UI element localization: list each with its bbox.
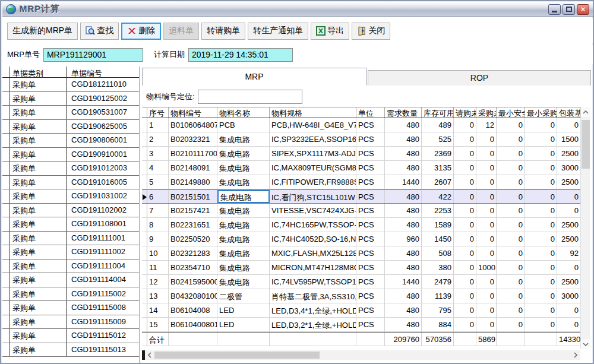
table-cell[interactable]: 0 bbox=[525, 118, 557, 132]
table-cell[interactable]: B02149880 bbox=[169, 175, 217, 189]
table-cell[interactable] bbox=[169, 333, 217, 346]
table-cell[interactable]: 0 bbox=[497, 318, 525, 331]
table-cell[interactable]: 0 bbox=[525, 147, 557, 160]
table-cell[interactable]: 960 bbox=[385, 232, 422, 246]
table-cell[interactable]: 0 bbox=[525, 175, 557, 189]
row-header-cell[interactable] bbox=[2, 232, 10, 245]
doc-type-cell[interactable]: 采购单 bbox=[10, 273, 67, 287]
export-button[interactable]: X 导出 bbox=[311, 23, 349, 40]
table-cell[interactable]: 0 bbox=[476, 161, 497, 175]
table-cell[interactable]: B02250520 bbox=[169, 232, 217, 246]
table-cell[interactable]: 0 bbox=[476, 232, 497, 246]
table-cell[interactable]: 1589 bbox=[422, 218, 454, 232]
row-header-cell[interactable] bbox=[2, 92, 10, 106]
table-cell[interactable]: VITESSE,VSC7424XJG-02, bbox=[270, 204, 356, 217]
table-cell[interactable]: 525 bbox=[422, 132, 454, 146]
inline-cell-editor[interactable]: 集成电路 bbox=[217, 190, 270, 203]
table-cell[interactable]: 0 bbox=[557, 261, 580, 274]
row-header-cell[interactable] bbox=[2, 315, 10, 329]
table-cell[interactable]: 集成电路 bbox=[217, 232, 270, 246]
table-cell[interactable] bbox=[497, 333, 525, 346]
table-cell[interactable]: 0 bbox=[525, 218, 557, 232]
doc-type-cell[interactable]: 采购单 bbox=[10, 189, 67, 203]
table-cell[interactable]: PCS bbox=[356, 204, 385, 217]
table-cell[interactable]: 0 bbox=[557, 204, 580, 217]
table-cell[interactable]: B02151501 bbox=[169, 190, 217, 203]
table-cell[interactable]: 508 bbox=[422, 246, 454, 260]
table-cell[interactable]: B02148091 bbox=[169, 161, 217, 175]
row-header-cell[interactable] bbox=[2, 217, 10, 231]
table-cell[interactable]: 0 bbox=[454, 318, 476, 331]
table-cell[interactable]: 0 bbox=[525, 204, 557, 217]
table-cell[interactable]: IC,FITIPOWER,FR9888SPC bbox=[270, 175, 356, 189]
table-cell[interactable]: SIPEX,SPX1117M3-ADJ,80 bbox=[270, 147, 356, 160]
table-cell[interactable]: 2500 bbox=[557, 275, 580, 289]
table-cell[interactable]: LED bbox=[217, 303, 270, 317]
table-cell[interactable]: 0 bbox=[476, 246, 497, 260]
table-cell[interactable]: 480 bbox=[385, 318, 422, 331]
column-header[interactable]: 需求数量 bbox=[385, 107, 422, 118]
column-header[interactable]: 库存可用量 bbox=[422, 107, 454, 118]
table-cell[interactable]: 0 bbox=[476, 190, 497, 203]
table-cell[interactable]: 0 bbox=[454, 275, 476, 289]
table-cell[interactable]: 0 bbox=[497, 232, 525, 246]
table-cell[interactable]: 2500 bbox=[557, 147, 580, 160]
row-header-cell[interactable] bbox=[2, 301, 10, 315]
table-cell[interactable]: 0 bbox=[497, 275, 525, 289]
table-cell[interactable]: 0 bbox=[454, 289, 476, 303]
to-purchase-request-button[interactable]: 转请购单 bbox=[201, 23, 245, 40]
table-cell[interactable]: 0 bbox=[525, 275, 557, 289]
doc-code-cell[interactable]: CGD191114004 bbox=[67, 273, 139, 287]
table-row[interactable]: 4B02148091集成电路IC,MAX809TEUR(SGM809-PCS48… bbox=[142, 161, 580, 175]
table-cell[interactable]: 480 bbox=[385, 161, 422, 175]
table-row[interactable]: 7B02157421集成电路VITESSE,VSC7424XJG-02,PCS4… bbox=[142, 204, 580, 218]
table-cell[interactable]: 0 bbox=[497, 118, 525, 132]
table-cell[interactable]: 0 bbox=[557, 118, 580, 132]
doc-code-cell[interactable]: CGD191102002 bbox=[67, 204, 139, 217]
close-window-button[interactable]: ✕ bbox=[577, 4, 589, 15]
row-header-cell[interactable] bbox=[2, 259, 10, 273]
table-cell[interactable]: 0 bbox=[454, 118, 476, 132]
table-cell[interactable]: PCS bbox=[356, 175, 385, 189]
to-production-notice-button[interactable]: 转生产通知单 bbox=[248, 23, 308, 40]
table-cell[interactable]: 8 bbox=[147, 218, 169, 232]
list-item[interactable]: 采购单CGD191111001 bbox=[2, 232, 139, 246]
table-cell[interactable]: LED,D3,4*1,全绿,+HOLD,D bbox=[270, 303, 356, 317]
close-form-button[interactable]: 关闭 bbox=[352, 23, 390, 40]
list-item[interactable]: 采购单CGD191102002 bbox=[2, 204, 139, 218]
doc-code-cell[interactable]: CGD190125002 bbox=[67, 92, 139, 106]
column-header[interactable]: 采购未入 bbox=[476, 107, 497, 118]
doc-code-cell[interactable]: CGD191031002 bbox=[67, 189, 139, 203]
table-cell[interactable]: 0 bbox=[497, 175, 525, 189]
row-header-cell[interactable] bbox=[142, 190, 147, 203]
doc-type-cell[interactable]: 采购单 bbox=[10, 287, 67, 301]
maximize-button[interactable] bbox=[563, 4, 575, 15]
row-header-cell[interactable] bbox=[142, 132, 147, 146]
row-header-cell[interactable] bbox=[142, 275, 147, 289]
row-header-cell[interactable] bbox=[142, 175, 147, 189]
table-cell[interactable]: 15 bbox=[147, 318, 169, 331]
table-cell[interactable]: PCS bbox=[356, 118, 385, 132]
table-cell[interactable]: IC,看门狗,STC15L101W bbox=[270, 190, 356, 203]
table-row[interactable]: 14B06104008LEDLED,D3,4*1,全绿,+HOLD,DPCS48… bbox=[142, 303, 580, 318]
table-cell[interactable]: 7 bbox=[147, 204, 169, 217]
row-header-cell[interactable] bbox=[2, 204, 10, 217]
tab-mrp[interactable]: MRP bbox=[142, 68, 366, 86]
table-cell[interactable] bbox=[525, 333, 557, 346]
table-cell[interactable]: 集成电路 bbox=[217, 275, 270, 289]
table-cell[interactable] bbox=[270, 333, 356, 346]
doc-code-cell[interactable]: CGD191115008 bbox=[67, 301, 139, 315]
table-row[interactable]: 3B0210111700集成电路SIPEX,SPX1117M3-ADJ,80PC… bbox=[142, 147, 580, 161]
trace-order-button[interactable]: 追料单 bbox=[163, 23, 199, 40]
table-cell[interactable]: 795 bbox=[422, 303, 454, 317]
table-cell[interactable]: 0 bbox=[454, 261, 476, 274]
table-cell[interactable]: 0 bbox=[454, 246, 476, 260]
table-cell[interactable]: 0 bbox=[476, 132, 497, 146]
table-cell[interactable]: 0 bbox=[454, 218, 476, 232]
list-item[interactable]: 采购单CGD191115013 bbox=[2, 343, 139, 357]
table-cell[interactable]: 1440 bbox=[385, 275, 422, 289]
table-cell[interactable]: 0 bbox=[525, 246, 557, 260]
doc-code-cell[interactable]: CGD181211010 bbox=[67, 78, 139, 91]
table-row[interactable]: 8B02231651集成电路IC,74HC165PW,TSSOP-16PCS48… bbox=[142, 218, 580, 232]
doc-code-cell[interactable]: CGD191115009 bbox=[67, 315, 139, 329]
